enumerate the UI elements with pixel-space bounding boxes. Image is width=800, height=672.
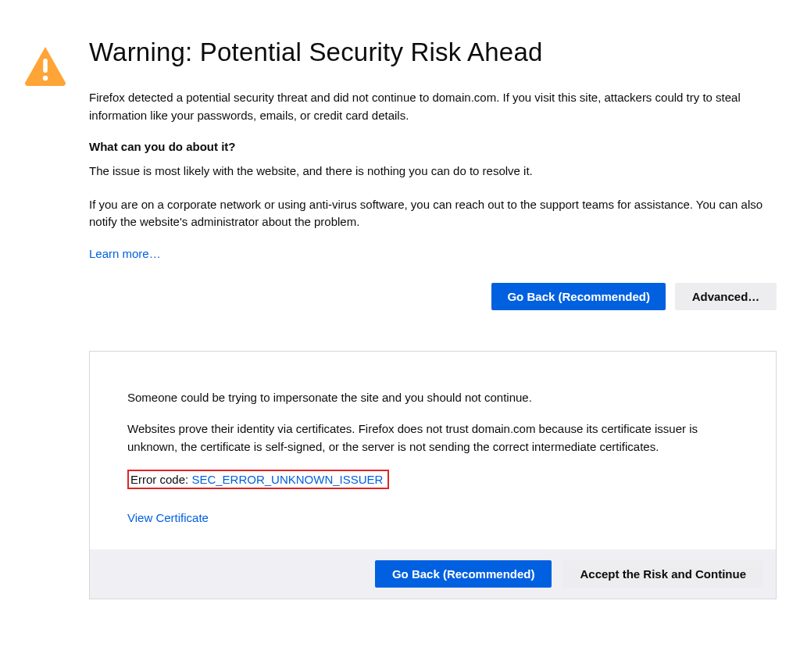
go-back-button-panel[interactable]: Go Back (Recommended)	[375, 560, 552, 588]
error-code-label: Error code:	[130, 473, 191, 486]
panel-text-1: Someone could be trying to impersonate t…	[127, 389, 738, 407]
svg-rect-0	[43, 59, 48, 73]
error-code-highlight: Error code: SEC_ERROR_UNKNOWN_ISSUER	[127, 470, 389, 489]
advanced-button[interactable]: Advanced…	[675, 283, 777, 310]
button-row-top: Go Back (Recommended) Advanced…	[89, 283, 777, 310]
security-warning-page: Warning: Potential Security Risk Ahead F…	[23, 38, 777, 599]
panel-text-2: Websites prove their identity via certif…	[127, 420, 738, 456]
go-back-button[interactable]: Go Back (Recommended)	[491, 283, 666, 310]
accept-risk-button[interactable]: Accept the Risk and Continue	[562, 560, 763, 588]
page-title: Warning: Potential Security Risk Ahead	[89, 38, 777, 67]
subheading: What can you do about it?	[89, 140, 777, 153]
intro-text: Firefox detected a potential security th…	[89, 89, 777, 124]
advanced-panel: Someone could be trying to impersonate t…	[89, 351, 777, 600]
view-certificate-link[interactable]: View Certificate	[127, 511, 209, 524]
advanced-panel-body: Someone could be trying to impersonate t…	[90, 352, 776, 550]
paragraph-1: The issue is most likely with the websit…	[89, 163, 777, 181]
svg-point-1	[43, 76, 48, 80]
content-column: Warning: Potential Security Risk Ahead F…	[89, 38, 777, 599]
warning-triangle-icon	[23, 75, 67, 88]
advanced-panel-footer: Go Back (Recommended) Accept the Risk an…	[90, 549, 776, 599]
icon-column	[23, 38, 70, 599]
paragraph-2: If you are on a corporate network or usi…	[89, 196, 777, 231]
error-code-link[interactable]: SEC_ERROR_UNKNOWN_ISSUER	[191, 473, 383, 486]
learn-more-link[interactable]: Learn more…	[89, 247, 161, 260]
